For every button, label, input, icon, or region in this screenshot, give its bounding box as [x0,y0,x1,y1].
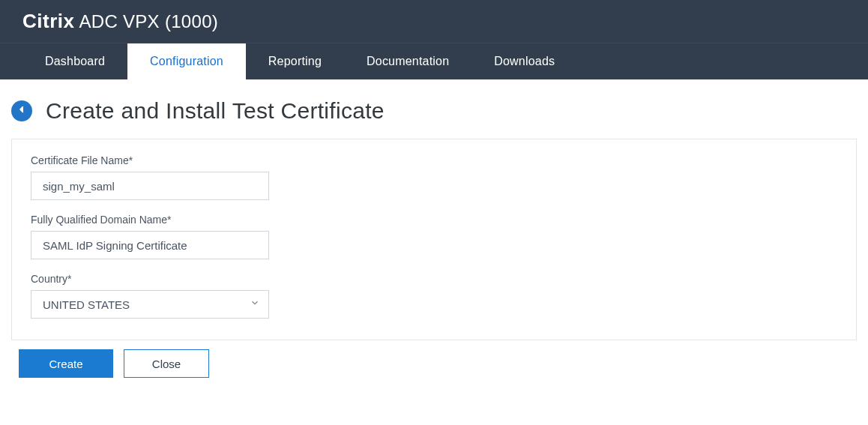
page-body: Create and Install Test Certificate Cert… [0,79,868,393]
label-fqdn: Fully Qualified Domain Name* [31,214,837,226]
actions-row: Create Close [11,349,857,378]
arrow-left-icon [16,103,28,118]
form-card: Certificate File Name* Fully Qualified D… [11,139,857,340]
nav-item-downloads[interactable]: Downloads [471,43,577,79]
brand-strong: Citrix [22,10,74,33]
nav-bar: Dashboard Configuration Reporting Docume… [0,43,868,79]
top-bar: Citrix ADC VPX (1000) [0,0,868,43]
back-button[interactable] [11,100,32,121]
page-header: Create and Install Test Certificate [11,98,857,124]
field-fqdn: Fully Qualified Domain Name* [31,214,837,259]
field-cert-file: Certificate File Name* [31,154,837,200]
select-country-wrapper: UNITED STATES [31,290,269,319]
nav-item-configuration[interactable]: Configuration [127,43,246,79]
close-button[interactable]: Close [124,349,209,378]
nav-item-documentation[interactable]: Documentation [344,43,471,79]
label-cert-file: Certificate File Name* [31,154,837,166]
nav-item-reporting[interactable]: Reporting [246,43,344,79]
nav-item-dashboard[interactable]: Dashboard [22,43,127,79]
input-fqdn[interactable] [31,231,269,259]
brand-rest: ADC VPX (1000) [79,11,218,32]
input-cert-file[interactable] [31,172,269,200]
label-country: Country* [31,273,837,285]
create-button[interactable]: Create [19,349,113,378]
field-country: Country* UNITED STATES [31,273,837,319]
page-title: Create and Install Test Certificate [46,98,385,124]
select-country[interactable]: UNITED STATES [31,290,269,319]
